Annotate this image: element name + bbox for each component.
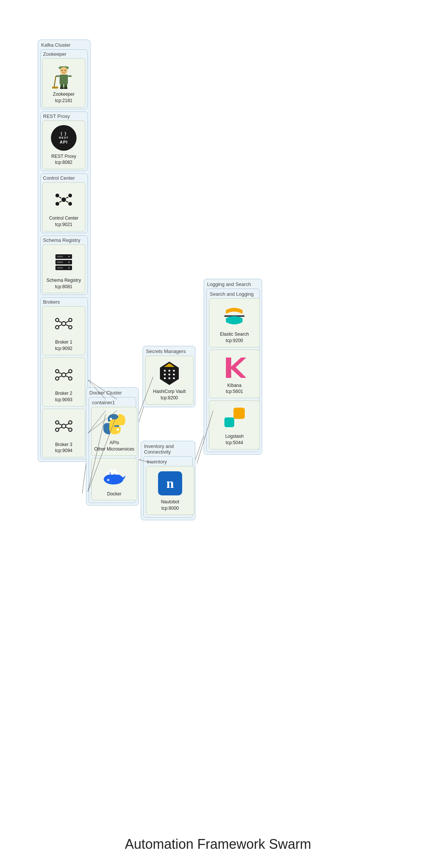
control-center-label: Control Center [42,175,86,181]
svg-line-29 [59,201,61,202]
docker-service[interactable]: Docker [91,458,137,501]
svg-line-56 [59,376,62,377]
svg-line-28 [66,197,68,198]
rest-api-icon: { } REST API [51,125,77,151]
svg-point-39 [68,267,70,269]
svg-rect-21 [64,87,68,89]
apis-service[interactable]: APIsOther Microservices [91,407,137,456]
svg-point-79 [169,377,170,379]
kafka-cluster-label: Kafka Cluster [40,42,88,48]
svg-line-27 [59,197,61,198]
svg-point-72 [164,370,166,372]
svg-point-51 [69,370,72,373]
svg-point-74 [173,370,175,372]
broker1-name: Broker 1tcp:9092 [55,339,72,352]
logging-cluster: Logging and Search Search and Logging [204,279,262,455]
svg-rect-35 [57,261,63,263]
broker2-name: Broker 2tcp:9093 [55,390,72,403]
svg-point-12 [65,70,66,71]
svg-point-22 [61,197,66,202]
svg-point-42 [69,318,72,322]
svg-point-40 [62,322,66,326]
svg-line-45 [59,321,62,322]
kibana-service[interactable]: Kibanatcp:5601 [209,350,260,399]
svg-line-65 [59,427,62,428]
svg-point-75 [164,374,166,376]
brokers-label: Brokers [42,299,86,305]
confluent-icon [51,186,77,213]
kibana-name: Kibanatcp:5601 [226,382,243,395]
svg-rect-17 [52,87,58,89]
svg-point-11 [62,70,63,71]
nautobot-service[interactable]: n Nautobottcp:8000 [146,466,194,515]
svg-point-58 [62,424,66,428]
container1-label: container1 [91,400,134,405]
apis-name: APIsOther Microservices [94,440,135,452]
schema-registry-label: Schema Registry [42,237,86,243]
schema-registry-service[interactable]: Schema Registrytcp:8081 [42,245,85,293]
secrets-cluster-label: Secrets Managers [145,348,193,354]
broker3-icon [51,413,77,439]
svg-point-50 [55,370,59,373]
rest-proxy-service[interactable]: { } REST API REST Proxytcp:8082 [42,121,85,170]
brokers-section: Brokers Broker 1tcp:9092 [40,297,88,459]
python-icon [101,411,127,437]
svg-rect-88 [108,469,112,472]
search-logging-label: Search and Logging [209,291,257,297]
control-center-service[interactable]: Control Centertcp:9021 [42,182,85,231]
inventory-label: Inventory [146,459,190,465]
logstash-service[interactable]: Logstashtcp:5044 [209,400,260,449]
svg-line-63 [59,423,62,425]
vault-name: HashiCorp Vaulttcp:8200 [153,388,186,401]
broker1-service[interactable]: Broker 1tcp:9092 [42,306,85,355]
elasticsearch-icon [221,303,248,329]
svg-point-73 [169,370,170,372]
svg-point-49 [62,373,66,377]
kafka-cluster: Kafka Cluster Zookeeper [38,40,91,462]
svg-point-60 [69,421,72,424]
broker2-service[interactable]: Broker 2tcp:9093 [42,358,85,406]
logging-cluster-label: Logging and Search [206,281,259,287]
zookeeper-icon [51,63,77,89]
kibana-icon [221,354,248,380]
svg-point-77 [173,374,175,376]
svg-rect-70 [224,417,234,427]
rest-proxy-name: REST Proxytcp:8082 [51,153,76,166]
elasticsearch-name: Elastic Searchtcp:9200 [220,331,249,344]
svg-rect-34 [57,256,63,257]
svg-line-47 [59,325,62,326]
svg-point-44 [69,326,72,329]
zookeeper-label: Zookeeper [42,51,86,57]
svg-rect-20 [60,87,64,89]
zookeeper-service[interactable]: Zookeepertcp:2181 [42,58,85,107]
svg-point-26 [68,202,72,206]
svg-point-23 [55,194,59,197]
logstash-icon [221,405,248,431]
logstash-name: Logstashtcp:5044 [225,433,244,446]
svg-point-62 [69,428,72,431]
elasticsearch-service[interactable]: Elastic Searchtcp:9200 [209,298,260,347]
svg-line-46 [66,321,69,322]
diagram-container: Kafka Cluster Zookeeper [0,0,436,829]
svg-rect-15 [68,75,72,77]
svg-point-61 [55,428,59,431]
logging-inner: Search and Logging Elastic Searchtcp:920… [206,289,259,452]
broker1-icon [51,310,77,337]
schema-registry-icon [51,249,77,275]
svg-point-25 [55,202,59,206]
vault-service[interactable]: HashiCorp Vaulttcp:8200 [145,356,193,405]
svg-point-78 [164,377,166,379]
svg-rect-14 [56,75,60,77]
svg-point-84 [104,474,123,484]
rest-proxy-label: REST Proxy [42,113,86,119]
svg-rect-89 [113,469,117,472]
svg-point-83 [117,428,119,431]
control-center-name: Control Centertcp:9021 [49,215,78,228]
docker-cluster: Docker Cluster container1 [86,387,139,506]
inventory-cluster: Inventory and Connectivity Inventory n N… [141,441,195,520]
docker-whale-icon [101,462,127,489]
broker3-service[interactable]: Broker 3tcp:9094 [42,409,85,458]
inventory-cluster-label: Inventory and Connectivity [143,443,193,455]
svg-line-66 [66,427,69,428]
broker2-icon [51,362,77,388]
